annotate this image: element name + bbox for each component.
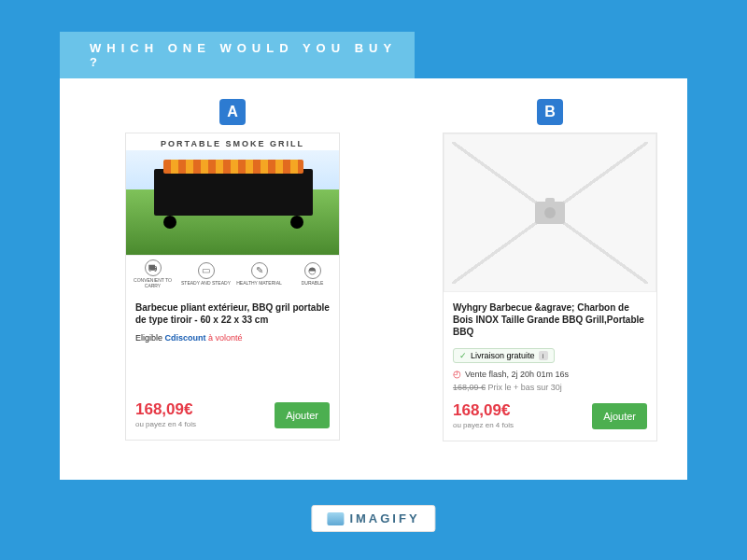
- price-a: 168,09€: [135, 400, 196, 419]
- add-button-b[interactable]: Ajouter: [592, 403, 647, 429]
- old-price-line: 168,09 € Prix le + bas sur 30j: [453, 383, 647, 392]
- footer-brand[interactable]: IMAGIFY: [311, 505, 435, 532]
- feature-steady: ▭ STEADY AND STEADY: [179, 256, 233, 292]
- clock-icon: ◴: [453, 369, 461, 379]
- flash-sale-line: ◴ Vente flash, 2j 20h 01m 16s: [453, 369, 647, 379]
- product-title-a: Barbecue pliant extérieur, BBQ gril port…: [135, 301, 330, 326]
- imagify-logo-icon: [327, 512, 344, 525]
- free-shipping-pill: ✓ Livraison gratuite i: [453, 348, 555, 363]
- feature-row: ⛟ CONVENIENT TO CARRY ▭ STEADY AND STEAD…: [126, 255, 339, 292]
- title-banner: WHICH ONE WOULD YOU BUY ?: [60, 32, 415, 78]
- info-icon[interactable]: i: [539, 351, 548, 360]
- steady-icon: ▭: [198, 262, 215, 279]
- price-b: 168,09€: [453, 401, 514, 420]
- installment-a: ou payez en 4 fois: [135, 420, 196, 428]
- leaf-icon: ✎: [251, 262, 268, 279]
- option-b-column: B Wyhgry Barbecue &agrave; Charbon de Bo…: [433, 99, 667, 441]
- grill-illustration: [154, 169, 313, 216]
- feature-carry: ⛟ CONVENIENT TO CARRY: [126, 256, 179, 292]
- feature-healthy: ✎ HEALTHY MATERIAL: [233, 256, 286, 292]
- installment-b: ou payez en 4 fois: [453, 421, 514, 429]
- shield-icon: ◓: [304, 262, 321, 279]
- car-icon: ⛟: [145, 259, 162, 276]
- price-row-a: 168,09€ ou payez en 4 fois Ajouter: [126, 393, 339, 428]
- imagify-logo-text: IMAGIFY: [349, 511, 419, 525]
- option-a-badge: A: [219, 99, 246, 125]
- option-b-badge: B: [537, 99, 563, 125]
- eligible-line: Eligible Cdiscount à volonté: [135, 333, 330, 343]
- camera-icon: [535, 202, 565, 224]
- product-image-a: PORTABLE SMOKE GRILL ⛟ CONVENIENT TO CAR…: [126, 133, 339, 292]
- price-row-b: 168,09€ ou payez en 4 fois Ajouter: [444, 394, 656, 429]
- title-text: WHICH ONE WOULD YOU BUY ?: [90, 41, 415, 69]
- product-image-b-placeholder: [444, 133, 656, 292]
- comparison-panel: A PORTABLE SMOKE GRILL ⛟ CONVENIENT TO C…: [60, 78, 687, 480]
- product-card-a[interactable]: PORTABLE SMOKE GRILL ⛟ CONVENIENT TO CAR…: [125, 133, 340, 441]
- product-title-b: Wyhgry Barbecue &agrave; Charbon de Bois…: [453, 301, 647, 338]
- add-button-a[interactable]: Ajouter: [275, 402, 330, 428]
- image-overlay-title: PORTABLE SMOKE GRILL: [126, 139, 339, 148]
- check-icon: ✓: [459, 351, 467, 360]
- feature-durable: ◓ DURABLE: [286, 256, 339, 292]
- product-card-b[interactable]: Wyhgry Barbecue &agrave; Charbon de Bois…: [443, 133, 657, 441]
- option-a-column: A PORTABLE SMOKE GRILL ⛟ CONVENIENT TO C…: [116, 99, 349, 441]
